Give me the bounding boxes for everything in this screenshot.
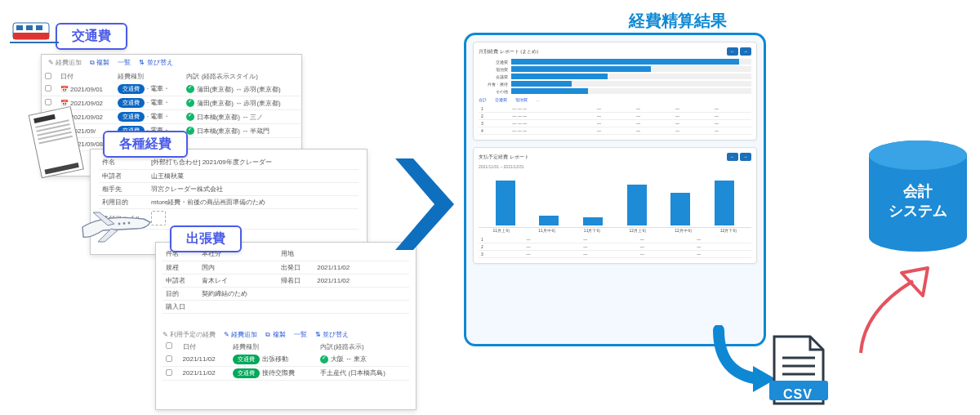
panel-toolbar: ✎ 経費追加 ⧉ 複製 一覧 ⇅ 並び替え: [42, 55, 301, 70]
dashboard-monthly-expense: 月別経費 レポート (まとめ) ← → 交通費 宿泊費 会議費 外食・接待 その…: [473, 42, 757, 141]
result-title: 経費精算結果: [539, 10, 817, 32]
svg-rect-4: [36, 25, 42, 30]
train-icon: [10, 13, 59, 49]
table-row[interactable]: 2021/11/02 交通費 出張移動 大阪 ↔ 東京: [163, 353, 409, 367]
trip-copy[interactable]: ⧉ 複製: [265, 330, 285, 339]
svg-point-24: [869, 141, 967, 170]
db-label-line2: システム: [866, 201, 970, 221]
svg-rect-1: [13, 33, 49, 39]
badge-trip: 出張費: [170, 225, 242, 252]
table-row[interactable]: 2021/11/02 交通費 接待交際費 手土産代 (日本橋高島): [163, 366, 409, 380]
table-row[interactable]: 📅 2021/09/02 交通費 · 電車・ 日本橋(東京都) ↔ 三ノ: [42, 110, 301, 124]
dashboard-payment-schedule: 支払予定経費 レポート ← → 2021/11/01 – 2021/12/31 …: [473, 147, 757, 264]
plane-icon: [78, 203, 152, 247]
table-row[interactable]: 📅 2021/09/01 交通費 · 電車・ 蒲田(東京都) ↔ 赤羽(東京都): [42, 83, 301, 96]
dash2-next-button[interactable]: →: [740, 153, 751, 161]
dash1-title: 月別経費 レポート (まとめ): [479, 48, 538, 56]
col-type: 経費種別: [114, 70, 183, 83]
dash2-date-range: 2021/11/01 – 2021/12/31: [479, 164, 751, 169]
toolbar-list[interactable]: 一覧: [118, 58, 131, 67]
csv-file-icon: CSV: [766, 333, 830, 415]
svg-point-23: [869, 222, 967, 252]
accounting-system-db: 会計 システム: [866, 139, 970, 296]
dash1-mini-table: 1— — ————— 2— — ————— 3— — ————— 4— — ——…: [479, 105, 751, 135]
svg-point-15: [123, 222, 126, 225]
trip-list[interactable]: 一覧: [294, 330, 307, 339]
source-panels: ✎ 経費追加 ⧉ 複製 一覧 ⇅ 並び替え 日付 経費種別 内訳 (経路表示スタ…: [41, 16, 392, 408]
dash2-title: 支払予定経費 レポート: [479, 154, 529, 161]
toolbar-sort[interactable]: ⇅ 並び替え: [139, 58, 172, 67]
dash1-next-button[interactable]: →: [740, 47, 751, 56]
trip-add[interactable]: ✎ 経費追加: [224, 330, 257, 339]
db-label-line1: 会計: [866, 181, 970, 201]
toolbar-add[interactable]: ✎ 経費追加: [48, 58, 82, 67]
badge-transport: 交通費: [56, 23, 127, 50]
dash2-prev-button[interactable]: ←: [727, 153, 738, 161]
svg-rect-3: [26, 25, 33, 30]
result-frame: 月別経費 レポート (まとめ) ← → 交通費 宿泊費 会議費 外食・接待 その…: [464, 33, 766, 346]
trip-kv-table: 件名本社分 用地 規程国内 出発日2021/11/02 申請者青木レイ 帰着日2…: [163, 248, 409, 314]
toolbar-copy[interactable]: ⧉ 複製: [90, 58, 109, 67]
dash2-mini-table: 1———— 2———— 3————: [479, 236, 751, 258]
trip-sub-table: 日付 経費種別 内訳(経路表示) 2021/11/02 交通費 出張移動 大阪 …: [163, 341, 409, 381]
col-date: 日付: [57, 70, 115, 83]
dash2-chart: [479, 171, 751, 228]
table-row[interactable]: 📅 2021/09/02 交通費 · 電車・ 蒲田(東京都) ↔ 赤羽(東京都): [42, 96, 301, 110]
badge-misc: 各種経費: [103, 131, 188, 158]
svg-point-16: [118, 223, 121, 225]
svg-rect-2: [16, 25, 23, 30]
dash1-prev-button[interactable]: ←: [727, 47, 738, 56]
trip-sub-toolbar: ✎ 利用予定の経費 ✎ 経費追加 ⧉ 複製 一覧 ⇅ 並び替え: [163, 328, 409, 341]
trip-expense-panel: 件名本社分 用地 規程国内 出発日2021/11/02 申請者青木レイ 帰着日2…: [155, 242, 416, 410]
flow-arrow-icon: [392, 155, 457, 253]
trip-sort[interactable]: ⇅ 並び替え: [315, 330, 349, 339]
col-detail: 内訳 (経路表示スタイル): [183, 70, 301, 83]
svg-point-14: [128, 222, 131, 225]
csv-label: CSV: [766, 387, 830, 402]
